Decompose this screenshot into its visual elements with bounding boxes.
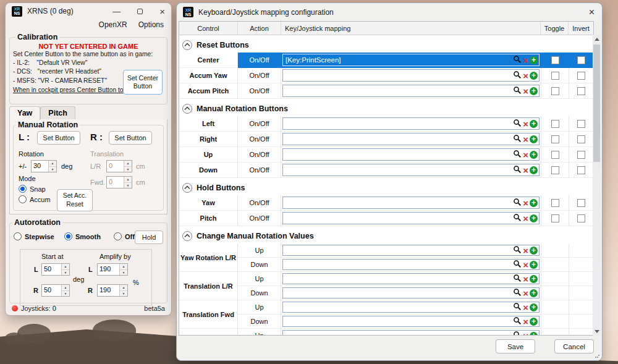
add-mapping-icon[interactable]: + — [530, 151, 538, 159]
clear-mapping-icon[interactable]: × — [523, 120, 528, 128]
add-mapping-icon[interactable]: + — [530, 135, 538, 143]
toggle-checkbox[interactable] — [551, 135, 559, 143]
clear-mapping-icon[interactable]: × — [523, 303, 528, 311]
search-mapping-icon[interactable] — [513, 274, 522, 284]
add-mapping-icon[interactable]: + — [530, 72, 538, 80]
invert-checkbox[interactable] — [577, 56, 585, 64]
stepper-arrows[interactable]: ▲▼ — [124, 161, 132, 172]
add-mapping-icon[interactable]: + — [530, 214, 538, 222]
toggle-checkbox[interactable] — [551, 151, 559, 159]
resize-grip[interactable] — [595, 353, 599, 358]
save-button[interactable]: Save — [496, 339, 535, 353]
mapping-field[interactable]: ×+ — [282, 85, 540, 97]
radio-stepwise[interactable] — [14, 232, 22, 240]
invert-checkbox[interactable] — [577, 135, 585, 143]
clear-mapping-icon[interactable]: × — [523, 332, 528, 336]
radio-snap[interactable] — [19, 185, 27, 193]
mapping-field[interactable]: ×+ — [282, 212, 540, 224]
mapping-field[interactable]: ×+ — [282, 302, 540, 313]
clear-mapping-icon[interactable]: × — [523, 56, 528, 64]
rotation-stepper[interactable]: 30 ▲▼ — [31, 160, 57, 172]
hold-button[interactable]: Hold — [135, 231, 163, 244]
stepper-arrows[interactable]: ▲▼ — [61, 264, 69, 275]
search-mapping-icon[interactable] — [513, 134, 522, 144]
lr-stepper[interactable]: 0 ▲▼ — [106, 160, 132, 172]
stepper-arrows[interactable]: ▲▼ — [124, 177, 132, 188]
menu-openxr[interactable]: OpenXR — [99, 20, 127, 33]
stepper-arrows[interactable]: ▲▼ — [119, 264, 127, 275]
invert-checkbox[interactable] — [577, 151, 585, 159]
add-mapping-icon[interactable]: + — [530, 289, 538, 297]
start-l-stepper[interactable]: 50 ▲▼ — [41, 263, 70, 276]
close-button[interactable]: × — [589, 7, 595, 18]
search-mapping-icon[interactable] — [513, 316, 522, 326]
search-mapping-icon[interactable] — [513, 55, 522, 65]
mapping-field[interactable]: ×+ — [282, 117, 540, 130]
clear-mapping-icon[interactable]: × — [523, 261, 528, 269]
scroll-down-arrow-icon[interactable] — [593, 327, 601, 336]
search-mapping-icon[interactable] — [513, 165, 522, 175]
invert-checkbox[interactable] — [577, 120, 585, 128]
amplify-r-stepper[interactable]: 190 ▲▼ — [97, 284, 128, 297]
search-mapping-icon[interactable] — [513, 260, 522, 269]
maximize-button[interactable] — [137, 9, 143, 14]
search-mapping-icon[interactable] — [513, 70, 522, 80]
invert-checkbox[interactable] — [577, 199, 585, 207]
tab-yaw[interactable]: Yaw — [9, 106, 40, 120]
invert-checkbox[interactable] — [577, 87, 585, 95]
toggle-checkbox[interactable] — [551, 72, 559, 80]
add-mapping-icon[interactable]: + — [530, 261, 538, 269]
cancel-button[interactable]: Cancel — [554, 339, 594, 353]
close-button[interactable]: × — [159, 6, 165, 17]
collapse-chevron-icon[interactable] — [182, 231, 192, 241]
mapping-field[interactable]: ×+ — [282, 148, 540, 161]
collapse-chevron-icon[interactable] — [182, 104, 192, 114]
clear-mapping-icon[interactable]: × — [523, 275, 528, 283]
mapping-field[interactable]: [Key:PrintScreen]×+ — [282, 54, 540, 66]
search-mapping-icon[interactable] — [513, 86, 522, 96]
tab-pitch[interactable]: Pitch — [40, 106, 75, 120]
clear-mapping-icon[interactable]: × — [523, 166, 528, 174]
search-mapping-icon[interactable] — [513, 198, 522, 208]
mapping-titlebar[interactable]: XR NS Keyboard/Joystick mapping configur… — [177, 3, 602, 21]
clear-mapping-icon[interactable]: × — [523, 247, 528, 255]
clear-mapping-icon[interactable]: × — [523, 72, 528, 80]
clear-mapping-icon[interactable]: × — [523, 214, 528, 222]
set-right-button[interactable]: Set Button — [109, 131, 152, 145]
mapping-field[interactable]: ×+ — [282, 133, 540, 145]
clear-mapping-icon[interactable]: × — [523, 318, 528, 326]
minimize-button[interactable]: — — [112, 7, 121, 16]
add-mapping-icon[interactable]: + — [530, 87, 538, 95]
search-mapping-icon[interactable] — [513, 245, 522, 255]
radio-off[interactable] — [114, 232, 122, 240]
collapse-chevron-icon[interactable] — [182, 183, 192, 193]
start-r-stepper[interactable]: 50 ▲▼ — [41, 284, 70, 297]
stepper-arrows[interactable]: ▲▼ — [61, 285, 69, 296]
toggle-checkbox[interactable] — [551, 120, 559, 128]
invert-checkbox[interactable] — [577, 214, 585, 222]
add-mapping-icon[interactable]: + — [530, 318, 538, 326]
toggle-checkbox[interactable] — [551, 214, 559, 222]
radio-smooth[interactable] — [64, 232, 72, 240]
stepper-arrows[interactable]: ▲▼ — [48, 161, 56, 172]
add-mapping-icon[interactable]: + — [530, 332, 538, 336]
set-left-button[interactable]: Set Button — [37, 131, 80, 145]
mapping-field[interactable]: ×+ — [282, 330, 540, 335]
collapse-chevron-icon[interactable] — [182, 40, 192, 50]
add-mapping-icon[interactable]: + — [530, 120, 538, 128]
fwd-stepper[interactable]: 0 ▲▼ — [106, 176, 132, 188]
clear-mapping-icon[interactable]: × — [523, 135, 528, 143]
add-mapping-icon[interactable]: + — [530, 56, 538, 64]
mapping-field[interactable]: ×+ — [282, 69, 540, 82]
menu-options[interactable]: Options — [138, 20, 164, 33]
clear-mapping-icon[interactable]: × — [523, 289, 528, 297]
clear-mapping-icon[interactable]: × — [523, 87, 528, 95]
clear-mapping-icon[interactable]: × — [523, 199, 528, 207]
mapping-field[interactable]: ×+ — [282, 273, 540, 284]
search-mapping-icon[interactable] — [513, 288, 522, 298]
toggle-checkbox[interactable] — [551, 87, 559, 95]
invert-checkbox[interactable] — [577, 72, 585, 80]
search-mapping-icon[interactable] — [513, 331, 522, 335]
search-mapping-icon[interactable] — [513, 213, 522, 223]
mapping-field[interactable]: ×+ — [282, 316, 540, 327]
